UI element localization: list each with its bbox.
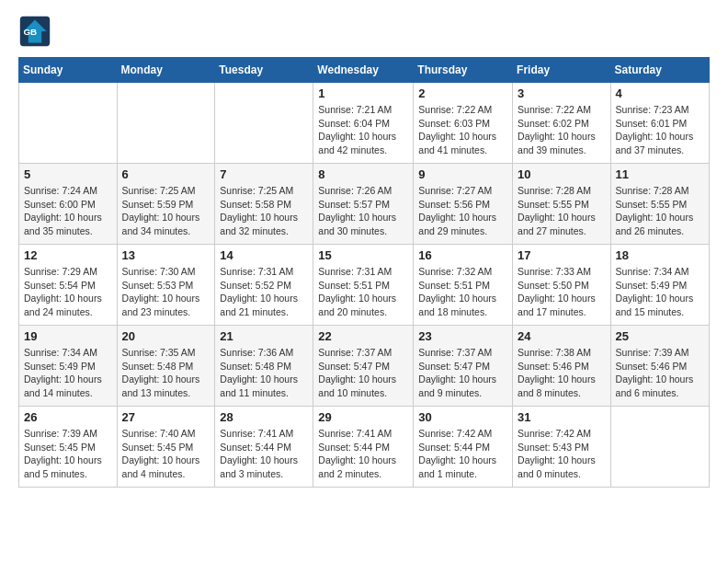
day-number: 22 — [318, 329, 408, 343]
day-number: 23 — [418, 329, 507, 343]
calendar-cell: 30Sunrise: 7:42 AMSunset: 5:44 PMDayligh… — [414, 407, 513, 488]
day-number: 4 — [616, 86, 704, 100]
cell-sun-info: Sunrise: 7:36 AMSunset: 5:48 PMDaylight:… — [220, 346, 308, 400]
cell-sun-info: Sunrise: 7:22 AMSunset: 6:02 PMDaylight:… — [518, 103, 606, 157]
calendar-week-row: 19Sunrise: 7:34 AMSunset: 5:49 PMDayligh… — [19, 326, 710, 407]
cell-sun-info: Sunrise: 7:26 AMSunset: 5:57 PMDaylight:… — [318, 184, 408, 238]
day-number: 25 — [616, 329, 704, 343]
calendar-header-row: SundayMondayTuesdayWednesdayThursdayFrid… — [19, 58, 710, 83]
day-number: 27 — [122, 410, 210, 424]
calendar-cell — [117, 83, 215, 164]
calendar-cell: 23Sunrise: 7:37 AMSunset: 5:47 PMDayligh… — [414, 326, 513, 407]
day-number: 20 — [122, 329, 210, 343]
day-number: 29 — [318, 410, 408, 424]
day-number: 12 — [24, 248, 112, 262]
cell-sun-info: Sunrise: 7:21 AMSunset: 6:04 PMDaylight:… — [318, 103, 408, 157]
calendar-cell: 24Sunrise: 7:38 AMSunset: 5:46 PMDayligh… — [513, 326, 611, 407]
cell-sun-info: Sunrise: 7:35 AMSunset: 5:48 PMDaylight:… — [122, 346, 210, 400]
page-header: GB — [18, 15, 710, 48]
day-number: 19 — [24, 329, 112, 343]
calendar-cell: 12Sunrise: 7:29 AMSunset: 5:54 PMDayligh… — [19, 245, 118, 326]
calendar-cell: 20Sunrise: 7:35 AMSunset: 5:48 PMDayligh… — [117, 326, 215, 407]
calendar-week-row: 5Sunrise: 7:24 AMSunset: 6:00 PMDaylight… — [19, 164, 710, 245]
calendar-cell: 26Sunrise: 7:39 AMSunset: 5:45 PMDayligh… — [19, 407, 118, 488]
cell-sun-info: Sunrise: 7:38 AMSunset: 5:46 PMDaylight:… — [518, 346, 606, 400]
day-number: 2 — [418, 86, 507, 100]
calendar-cell: 13Sunrise: 7:30 AMSunset: 5:53 PMDayligh… — [117, 245, 215, 326]
cell-sun-info: Sunrise: 7:33 AMSunset: 5:50 PMDaylight:… — [518, 265, 606, 319]
logo-icon: GB — [18, 15, 51, 48]
calendar-cell: 27Sunrise: 7:40 AMSunset: 5:45 PMDayligh… — [117, 407, 215, 488]
day-number: 6 — [122, 167, 210, 181]
calendar-cell: 5Sunrise: 7:24 AMSunset: 6:00 PMDaylight… — [19, 164, 118, 245]
weekday-header: Monday — [117, 58, 215, 83]
cell-sun-info: Sunrise: 7:34 AMSunset: 5:49 PMDaylight:… — [616, 265, 704, 319]
day-number: 7 — [220, 167, 308, 181]
day-number: 18 — [616, 248, 704, 262]
cell-sun-info: Sunrise: 7:37 AMSunset: 5:47 PMDaylight:… — [418, 346, 507, 400]
calendar-cell: 1Sunrise: 7:21 AMSunset: 6:04 PMDaylight… — [313, 83, 414, 164]
day-number: 11 — [616, 167, 704, 181]
calendar-cell: 9Sunrise: 7:27 AMSunset: 5:56 PMDaylight… — [414, 164, 513, 245]
weekday-header: Sunday — [19, 58, 118, 83]
calendar-cell: 17Sunrise: 7:33 AMSunset: 5:50 PMDayligh… — [513, 245, 611, 326]
cell-sun-info: Sunrise: 7:29 AMSunset: 5:54 PMDaylight:… — [24, 265, 112, 319]
cell-sun-info: Sunrise: 7:37 AMSunset: 5:47 PMDaylight:… — [318, 346, 408, 400]
day-number: 13 — [122, 248, 210, 262]
calendar-cell: 28Sunrise: 7:41 AMSunset: 5:44 PMDayligh… — [215, 407, 313, 488]
calendar-cell: 11Sunrise: 7:28 AMSunset: 5:55 PMDayligh… — [610, 164, 709, 245]
cell-sun-info: Sunrise: 7:41 AMSunset: 5:44 PMDaylight:… — [220, 427, 308, 481]
cell-sun-info: Sunrise: 7:31 AMSunset: 5:52 PMDaylight:… — [220, 265, 308, 319]
cell-sun-info: Sunrise: 7:31 AMSunset: 5:51 PMDaylight:… — [318, 265, 408, 319]
day-number: 26 — [24, 410, 112, 424]
cell-sun-info: Sunrise: 7:27 AMSunset: 5:56 PMDaylight:… — [418, 184, 507, 238]
calendar-cell: 18Sunrise: 7:34 AMSunset: 5:49 PMDayligh… — [610, 245, 709, 326]
cell-sun-info: Sunrise: 7:22 AMSunset: 6:03 PMDaylight:… — [418, 103, 507, 157]
calendar-cell: 16Sunrise: 7:32 AMSunset: 5:51 PMDayligh… — [414, 245, 513, 326]
day-number: 15 — [318, 248, 408, 262]
calendar-cell: 29Sunrise: 7:41 AMSunset: 5:44 PMDayligh… — [313, 407, 414, 488]
calendar-cell — [610, 407, 709, 488]
calendar-cell: 25Sunrise: 7:39 AMSunset: 5:46 PMDayligh… — [610, 326, 709, 407]
day-number: 5 — [24, 167, 112, 181]
day-number: 24 — [518, 329, 606, 343]
cell-sun-info: Sunrise: 7:28 AMSunset: 5:55 PMDaylight:… — [616, 184, 704, 238]
calendar-table: SundayMondayTuesdayWednesdayThursdayFrid… — [18, 57, 710, 488]
cell-sun-info: Sunrise: 7:39 AMSunset: 5:46 PMDaylight:… — [616, 346, 704, 400]
cell-sun-info: Sunrise: 7:28 AMSunset: 5:55 PMDaylight:… — [518, 184, 606, 238]
calendar-cell: 3Sunrise: 7:22 AMSunset: 6:02 PMDaylight… — [513, 83, 611, 164]
cell-sun-info: Sunrise: 7:24 AMSunset: 6:00 PMDaylight:… — [24, 184, 112, 238]
calendar-cell: 14Sunrise: 7:31 AMSunset: 5:52 PMDayligh… — [215, 245, 313, 326]
calendar-cell: 15Sunrise: 7:31 AMSunset: 5:51 PMDayligh… — [313, 245, 414, 326]
day-number: 8 — [318, 167, 408, 181]
day-number: 30 — [418, 410, 507, 424]
cell-sun-info: Sunrise: 7:25 AMSunset: 5:58 PMDaylight:… — [220, 184, 308, 238]
day-number: 9 — [418, 167, 507, 181]
day-number: 10 — [518, 167, 606, 181]
logo: GB — [18, 15, 55, 48]
weekday-header: Saturday — [610, 58, 709, 83]
cell-sun-info: Sunrise: 7:42 AMSunset: 5:43 PMDaylight:… — [518, 427, 606, 481]
weekday-header: Wednesday — [313, 58, 414, 83]
calendar-cell — [215, 83, 313, 164]
day-number: 3 — [518, 86, 606, 100]
calendar-cell: 4Sunrise: 7:23 AMSunset: 6:01 PMDaylight… — [610, 83, 709, 164]
calendar-cell: 7Sunrise: 7:25 AMSunset: 5:58 PMDaylight… — [215, 164, 313, 245]
day-number: 21 — [220, 329, 308, 343]
svg-text:GB: GB — [23, 27, 37, 37]
cell-sun-info: Sunrise: 7:39 AMSunset: 5:45 PMDaylight:… — [24, 427, 112, 481]
day-number: 16 — [418, 248, 507, 262]
day-number: 14 — [220, 248, 308, 262]
weekday-header: Tuesday — [215, 58, 313, 83]
cell-sun-info: Sunrise: 7:40 AMSunset: 5:45 PMDaylight:… — [122, 427, 210, 481]
calendar-cell: 6Sunrise: 7:25 AMSunset: 5:59 PMDaylight… — [117, 164, 215, 245]
weekday-header: Friday — [513, 58, 611, 83]
calendar-week-row: 12Sunrise: 7:29 AMSunset: 5:54 PMDayligh… — [19, 245, 710, 326]
cell-sun-info: Sunrise: 7:41 AMSunset: 5:44 PMDaylight:… — [318, 427, 408, 481]
calendar-cell: 2Sunrise: 7:22 AMSunset: 6:03 PMDaylight… — [414, 83, 513, 164]
weekday-header: Thursday — [414, 58, 513, 83]
day-number: 1 — [318, 86, 408, 100]
calendar-cell: 10Sunrise: 7:28 AMSunset: 5:55 PMDayligh… — [513, 164, 611, 245]
calendar-week-row: 26Sunrise: 7:39 AMSunset: 5:45 PMDayligh… — [19, 407, 710, 488]
calendar-cell: 19Sunrise: 7:34 AMSunset: 5:49 PMDayligh… — [19, 326, 118, 407]
